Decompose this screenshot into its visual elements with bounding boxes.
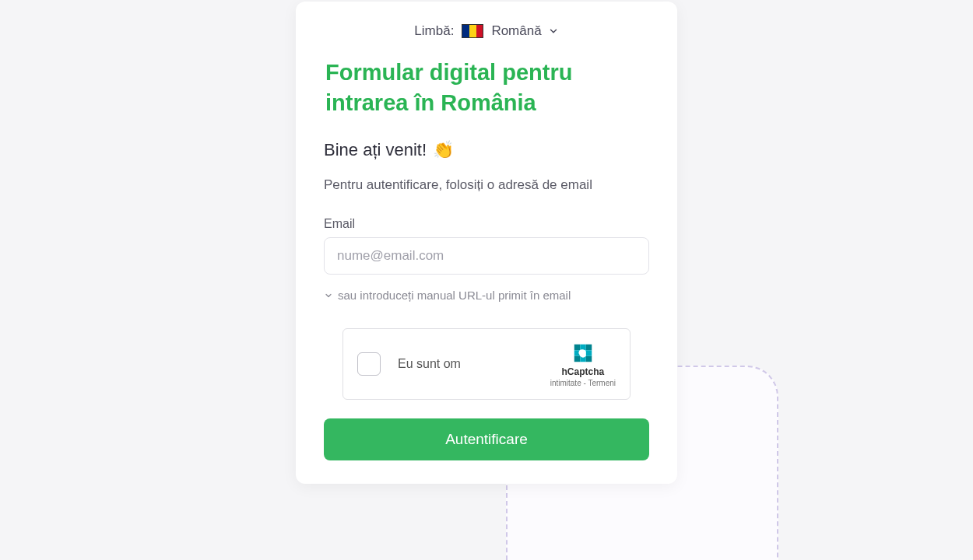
email-label: Email: [324, 217, 649, 231]
manual-url-toggle[interactable]: sau introduceți manual URL-ul primit în …: [324, 289, 571, 302]
page-title: Formular digital pentru intrarea în Româ…: [324, 58, 649, 118]
svg-rect-8: [586, 356, 592, 362]
captcha-links: intimitate - Termeni: [550, 379, 616, 387]
welcome-text: Bine ați venit!: [324, 140, 427, 160]
captcha-privacy-link[interactable]: intimitate: [550, 379, 581, 387]
captcha-brand-name: hCaptcha: [562, 366, 605, 377]
clap-emoji-icon: 👏: [433, 140, 454, 160]
captcha-terms-link[interactable]: Termeni: [588, 379, 616, 387]
romania-flag-icon: [462, 24, 483, 38]
login-card: Limbă: Română Formular digital pentru in…: [296, 2, 677, 484]
captcha-checkbox[interactable]: [357, 352, 381, 376]
svg-rect-0: [574, 345, 581, 351]
captcha-brand: hCaptcha intimitate - Termeni: [550, 341, 616, 387]
language-label: Limbă:: [414, 23, 454, 39]
chevron-down-icon: [324, 291, 333, 300]
language-current-label: Română: [491, 23, 541, 39]
captcha-widget: Eu sunt om hCaptcha intimitate - Termeni: [342, 328, 631, 400]
welcome-heading: Bine ați venit! 👏: [324, 140, 649, 160]
chevron-down-icon: [548, 26, 559, 37]
svg-rect-5: [586, 350, 592, 356]
svg-rect-1: [580, 345, 586, 351]
manual-url-label: sau introduceți manual URL-ul primit în …: [338, 289, 571, 302]
hcaptcha-icon: [571, 341, 595, 365]
email-field[interactable]: [324, 237, 649, 275]
svg-rect-2: [586, 345, 592, 351]
instruction-text: Pentru autentificare, folosiți o adresă …: [324, 174, 649, 195]
language-selector: Limbă: Română: [324, 23, 649, 39]
captcha-label: Eu sunt om: [398, 357, 550, 371]
submit-button[interactable]: Autentificare: [324, 418, 649, 460]
svg-rect-6: [574, 356, 581, 362]
language-dropdown[interactable]: Română: [491, 23, 558, 39]
